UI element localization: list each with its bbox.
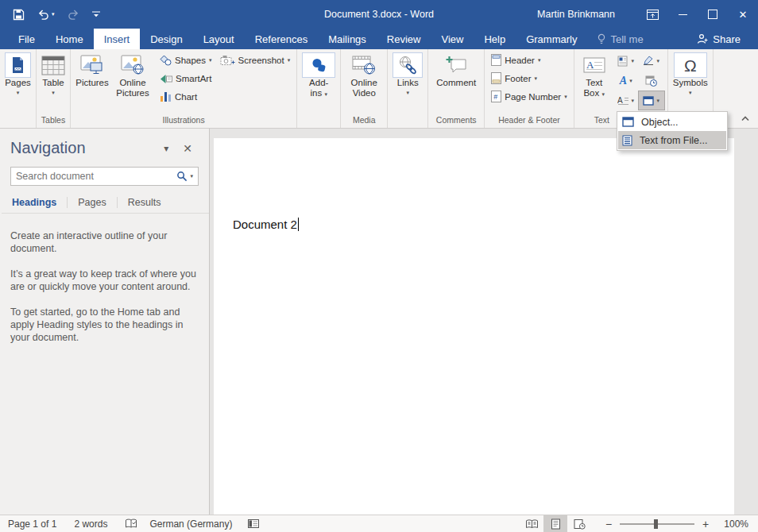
smartart-button[interactable]: SmartArt — [156, 69, 294, 87]
online-pictures-button[interactable]: Online Pictures — [111, 51, 154, 100]
dropdown-caret-icon: ▾ — [631, 58, 634, 64]
links-button[interactable]: Links ▾ — [390, 51, 425, 98]
footer-button[interactable]: Footer ▾ — [487, 69, 570, 87]
group-label-comments: Comments — [431, 115, 481, 128]
undo-button[interactable]: ▾ — [37, 10, 55, 20]
symbols-button[interactable]: Ω Symbols ▾ — [671, 51, 710, 98]
redo-button[interactable] — [68, 10, 79, 20]
print-layout-button[interactable] — [543, 515, 567, 532]
maximize-button[interactable] — [698, 0, 728, 29]
proofing-status-button[interactable] — [125, 519, 137, 529]
group-label-tables: Tables — [39, 115, 68, 128]
date-time-icon — [645, 75, 657, 87]
tab-view[interactable]: View — [431, 29, 474, 49]
dropdown-caret-icon: ▾ — [17, 90, 20, 96]
tab-help[interactable]: Help — [474, 29, 516, 49]
dropdown-caret-icon: ▾ — [538, 57, 541, 64]
header-button[interactable]: Header ▾ — [487, 51, 570, 69]
comment-button[interactable]: Comment — [431, 51, 481, 90]
text-box-button[interactable]: A Text Box ▾ — [577, 51, 612, 100]
quick-parts-icon — [617, 56, 628, 67]
navigation-title: Navigation — [10, 139, 86, 157]
tab-design[interactable]: Design — [140, 29, 192, 49]
collapse-ribbon-button[interactable] — [738, 113, 752, 124]
signature-line-icon — [643, 56, 654, 66]
tab-file[interactable]: File — [8, 29, 45, 49]
print-layout-icon — [551, 519, 561, 530]
search-options-button[interactable]: ▾ — [176, 171, 198, 182]
group-label-pages — [2, 115, 33, 128]
signature-line-button[interactable]: ▾ — [638, 51, 665, 71]
wordart-button[interactable]: A ▾ — [614, 71, 638, 91]
screenshot-button[interactable]: Screenshot ▾ — [216, 51, 295, 69]
ribbon-group-links: Links ▾ — [388, 49, 428, 128]
tab-grammarly[interactable]: Grammarly — [516, 29, 587, 49]
read-mode-button[interactable] — [520, 515, 543, 532]
tab-home[interactable]: Home — [45, 29, 94, 49]
minimize-button[interactable] — [667, 0, 698, 29]
tab-insert[interactable]: Insert — [94, 29, 141, 49]
group-label-illustrations: Illustrations — [73, 115, 294, 128]
web-layout-icon — [574, 519, 586, 530]
pictures-button[interactable]: Pictures — [73, 51, 111, 90]
online-video-button[interactable]: Online Video — [343, 51, 385, 100]
text-box-icon: A — [583, 52, 605, 78]
zoom-slider-track[interactable] — [620, 523, 694, 525]
svg-text:A: A — [586, 59, 594, 71]
share-button[interactable]: Share — [697, 29, 758, 49]
word-window: ▾ Document 3.docx - Word Martin Brinkman… — [0, 0, 758, 532]
word-count-status[interactable]: 2 words — [74, 519, 107, 530]
nav-paragraph: To get started, go to the Home tab and a… — [10, 306, 198, 344]
nav-tab-results[interactable]: Results — [118, 197, 172, 208]
wordart-icon: A — [620, 75, 627, 87]
svg-text:#: # — [493, 93, 497, 101]
dropdown-caret-icon: ▾ — [601, 91, 605, 97]
menu-item-object[interactable]: Object... — [618, 113, 726, 131]
chart-button[interactable]: Chart — [156, 87, 294, 106]
drop-cap-button[interactable]: A ▾ — [614, 91, 638, 110]
nav-tab-headings[interactable]: Headings — [2, 197, 68, 208]
language-status[interactable]: German (Germany) — [149, 519, 232, 530]
symbols-icon: Ω — [674, 52, 707, 78]
navigation-close-button[interactable]: ✕ — [176, 142, 199, 155]
tab-references[interactable]: References — [245, 29, 318, 49]
zoom-level[interactable]: 100% — [715, 519, 748, 530]
tell-me-box[interactable]: Tell me — [587, 29, 652, 49]
links-icon — [393, 52, 423, 78]
keyboard-language-button[interactable] — [248, 519, 259, 528]
zoom-slider-thumb[interactable] — [654, 519, 658, 529]
tab-review[interactable]: Review — [377, 29, 431, 49]
object-button[interactable]: ▾ — [638, 91, 665, 110]
date-time-button[interactable] — [638, 71, 665, 91]
add-ins-button[interactable]: Add-ins ▾ — [300, 51, 338, 100]
menu-item-text-from-file[interactable]: Text from File... — [618, 131, 726, 149]
customize-qat-button[interactable] — [92, 11, 100, 18]
table-icon — [41, 52, 65, 78]
pages-button[interactable]: Pages ▾ — [2, 51, 33, 98]
close-button[interactable]: ✕ — [728, 0, 758, 29]
document-page[interactable]: Document 2 — [214, 138, 734, 515]
dropdown-caret-icon: ▾ — [52, 90, 55, 96]
ribbon-display-options-button[interactable] — [637, 0, 667, 29]
navigation-options-button[interactable]: ▾ — [157, 143, 176, 154]
nav-tab-pages[interactable]: Pages — [68, 197, 117, 208]
account-name[interactable]: Martin Brinkmann — [537, 9, 615, 20]
tab-mailings[interactable]: Mailings — [318, 29, 377, 49]
customize-qat-icon — [92, 11, 100, 18]
search-input[interactable] — [11, 171, 176, 182]
save-button[interactable] — [13, 9, 25, 21]
tab-layout[interactable]: Layout — [193, 29, 245, 49]
online-pictures-icon — [121, 52, 145, 78]
quick-parts-button[interactable]: ▾ — [614, 51, 638, 71]
shapes-button[interactable]: Shapes ▾ — [156, 51, 216, 69]
page-count-status[interactable]: Page 1 of 1 — [8, 519, 56, 530]
dropdown-caret-icon: ▾ — [209, 57, 212, 64]
table-button[interactable]: Table ▾ — [39, 51, 68, 98]
page-number-button[interactable]: # Page Number ▾ — [487, 87, 570, 106]
zoom-out-button[interactable]: − — [602, 518, 615, 530]
web-layout-button[interactable] — [567, 515, 591, 532]
dropdown-caret-icon: ▾ — [631, 98, 634, 104]
group-label-media: Media — [343, 115, 385, 128]
zoom-in-button[interactable]: + — [699, 518, 712, 530]
header-icon — [491, 54, 501, 66]
